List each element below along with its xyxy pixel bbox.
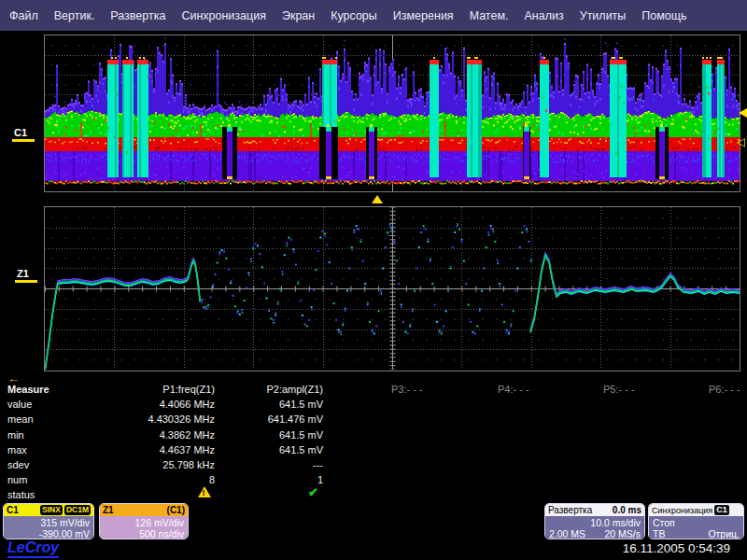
- trigger-title: Синхронизация: [652, 506, 712, 515]
- measure-column-p4-header[interactable]: P4:- - -: [498, 384, 529, 395]
- z1-box-name: Z1: [103, 505, 114, 515]
- z1-time-per-div: 500 ns/div: [104, 528, 184, 539]
- channel-offset-triangle-icon[interactable]: [739, 108, 747, 118]
- trigger-type: ТВ: [653, 528, 665, 539]
- measure-column-p5-header[interactable]: P5:- - -: [603, 384, 635, 395]
- timebase-offset: 0.0 ms: [613, 505, 641, 515]
- measure-row-labels: Measurevaluemeanminmaxsdevnumstatus: [7, 382, 49, 503]
- p2-header: P2:ampl(Z1): [217, 382, 323, 397]
- timebase-per-div: 10.0 ms/div: [549, 517, 641, 528]
- p1-value: 4.4066 MHz: [65, 397, 215, 412]
- p1-status-warning-icon: !: [198, 486, 211, 497]
- menu-item-8[interactable]: Анализ: [524, 9, 563, 22]
- c1-persistence-display[interactable]: [45, 35, 740, 191]
- c1-volts-per-div: 315 mV/div: [7, 517, 90, 528]
- menu-bar: ФайлВертик.РазверткаСинхронизацияЭкранКу…: [0, 0, 747, 31]
- menu-item-10[interactable]: Помощь: [641, 9, 686, 22]
- p2-num: 1: [217, 472, 323, 487]
- menu-item-5[interactable]: Курсоры: [331, 9, 377, 22]
- z1-volts-per-div: 126 mV/div: [104, 517, 184, 528]
- z1-source: (C1): [167, 505, 185, 515]
- sinx-badge: SINX: [40, 505, 63, 515]
- p2-sdev: ---: [217, 457, 323, 472]
- measure-column-p3-header[interactable]: P3:- - -: [391, 384, 423, 395]
- measure-column-p2[interactable]: P2:ampl(Z1)641.5 mV641.476 mV641.5 mV641…: [217, 382, 323, 487]
- menu-item-0[interactable]: Файл: [9, 9, 38, 22]
- timebase-rate: 20 MS/s: [604, 528, 641, 539]
- row-label-num: num: [7, 472, 49, 487]
- menu-item-4[interactable]: Экран: [282, 9, 315, 22]
- menu-item-9[interactable]: Утилиты: [580, 9, 627, 22]
- top-waveform-grid[interactable]: [44, 35, 740, 192]
- trigger-mode: Стоп: [653, 517, 675, 528]
- p1-mean: 4.430326 MHz: [65, 412, 215, 427]
- lecroy-logo: LeCroy: [7, 539, 59, 558]
- p1-header: P1:freq(Z1): [65, 382, 215, 397]
- z1-zoom-box[interactable]: Z1 (C1) 126 mV/div 500 ns/div: [99, 503, 189, 539]
- row-label-value: value: [7, 397, 49, 412]
- coupling-badge: DC1M: [64, 505, 91, 515]
- row-label-status: status: [7, 487, 49, 502]
- measure-column-p1[interactable]: P1:freq(Z1)4.4066 MHz4.430326 MHz4.3862 …: [65, 382, 215, 487]
- c1-trace-label[interactable]: C1: [14, 127, 27, 138]
- z1-zoom-trace-display[interactable]: [45, 207, 740, 370]
- c1-offset-marker[interactable]: [12, 139, 35, 142]
- trigger-box[interactable]: Синхронизация C1 Стоп ТВОтриц.: [648, 503, 744, 539]
- p1-max: 4.4637 MHz: [65, 442, 215, 457]
- p2-mean: 641.476 mV: [217, 412, 323, 427]
- z1-trace-label[interactable]: Z1: [17, 268, 29, 279]
- p2-min: 641.5 mV: [217, 427, 323, 442]
- p1-min: 4.3862 MHz: [65, 427, 215, 442]
- row-label-mean: mean: [7, 412, 49, 427]
- timebase-samples: 2.00 MS: [549, 528, 585, 539]
- row-label-min: min: [7, 427, 49, 442]
- datetime-display: 16.11.2005 0:54:39: [523, 541, 730, 555]
- timebase-box[interactable]: Развертка 0.0 ms 10.0 ms/div 2.00 MS20 M…: [544, 503, 645, 539]
- c1-offset-value: -390.00 mV: [7, 528, 90, 539]
- menu-item-1[interactable]: Вертик.: [54, 9, 95, 22]
- menu-item-3[interactable]: Синхронизация: [181, 9, 266, 22]
- row-label-sdev: sdev: [7, 457, 49, 472]
- trigger-source-badge: C1: [714, 505, 729, 515]
- c1-channel-box[interactable]: C1 SINX DC1M 315 mV/div -390.00 mV: [3, 503, 94, 539]
- bottom-waveform-grid[interactable]: [44, 206, 740, 371]
- menu-item-6[interactable]: Измерения: [393, 9, 454, 22]
- trigger-slope: Отриц.: [708, 528, 740, 539]
- p1-num: 8: [65, 472, 215, 487]
- trigger-level-triangle-icon[interactable]: ◁: [737, 136, 745, 147]
- menu-item-2[interactable]: Развертка: [110, 9, 165, 22]
- z1-offset-marker[interactable]: [15, 280, 37, 283]
- row-label-max: max: [7, 442, 49, 457]
- p1-sdev: 25.798 kHz: [65, 457, 215, 472]
- menu-item-7[interactable]: Матем.: [470, 9, 509, 22]
- trigger-position-triangle-icon[interactable]: [372, 195, 383, 203]
- p2-status-ok-icon: ✔: [308, 485, 318, 499]
- p2-value: 641.5 mV: [217, 397, 323, 412]
- c1-box-name: C1: [7, 505, 19, 515]
- p2-max: 641.5 mV: [217, 442, 323, 457]
- timebase-title: Развертка: [548, 505, 592, 515]
- measure-title: Measure: [7, 382, 49, 397]
- measure-column-p6-header[interactable]: P6:- - -: [709, 384, 740, 395]
